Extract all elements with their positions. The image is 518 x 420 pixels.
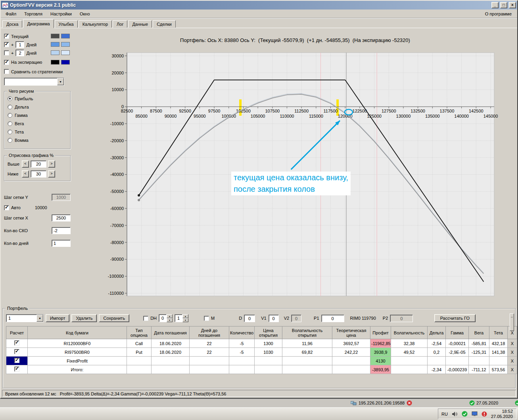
plus1-days-input[interactable]: 1 bbox=[15, 41, 24, 48]
radio-icon[interactable] bbox=[8, 105, 12, 109]
cell-days[interactable] bbox=[190, 365, 229, 374]
current-checkbox[interactable] bbox=[4, 34, 9, 39]
table-row[interactable]: RI120000BF0Call18.06.202022-5130011,9636… bbox=[6, 339, 517, 348]
cell-profit[interactable]: 4130 bbox=[370, 357, 391, 365]
row-checkbox[interactable] bbox=[14, 340, 19, 346]
calc-cell[interactable] bbox=[6, 357, 28, 365]
cell-open_price[interactable]: 1030 bbox=[255, 348, 282, 357]
chevron-down-icon[interactable]: ▼ bbox=[57, 78, 64, 85]
menu-Файл[interactable]: Файл bbox=[2, 10, 20, 18]
chevron-down-icon[interactable]: ▼ bbox=[36, 315, 43, 322]
row-delete-button[interactable]: X bbox=[508, 339, 517, 348]
days-count-input[interactable]: 1 bbox=[52, 240, 71, 247]
tab-Калькулятор[interactable]: Калькулятор bbox=[79, 20, 112, 28]
table-row[interactable]: FixedProfit4130X bbox=[6, 357, 517, 365]
save-button[interactable]: Сохранить bbox=[99, 314, 129, 322]
tab-Доска[interactable]: Доска bbox=[2, 20, 22, 28]
strategy-combobox[interactable]: ▼ bbox=[4, 78, 64, 86]
cell-open_vol[interactable]: 11,96 bbox=[282, 339, 332, 348]
cell-gamma[interactable]: -2,9E-05 bbox=[446, 348, 469, 357]
cell-qty[interactable]: -5 bbox=[229, 339, 255, 348]
cell-theo[interactable]: 242,22 bbox=[332, 348, 370, 357]
cell-code[interactable]: RI120000BF0 bbox=[28, 339, 127, 348]
cell-qty[interactable]: -5 bbox=[229, 348, 255, 357]
cell-date[interactable] bbox=[152, 357, 190, 365]
cell-type[interactable] bbox=[127, 365, 152, 374]
calc-cell[interactable] bbox=[6, 348, 28, 357]
maximize-button[interactable]: □ bbox=[500, 2, 507, 8]
cell-vega[interactable]: -711,12 bbox=[469, 365, 489, 374]
cell-delta[interactable]: 0,2 bbox=[428, 348, 446, 357]
tab-Данные[interactable]: Данные bbox=[128, 20, 152, 28]
radio-icon[interactable] bbox=[8, 96, 12, 101]
cell-code[interactable]: FixedProfit bbox=[28, 357, 127, 365]
below-increment-button[interactable]: > bbox=[48, 170, 55, 178]
alert-badge-icon[interactable] bbox=[482, 411, 487, 417]
row-checkbox[interactable] bbox=[14, 367, 19, 372]
monitor-icon[interactable] bbox=[472, 411, 478, 416]
cell-qty[interactable] bbox=[229, 357, 255, 365]
profit-chart[interactable]: 3000020000100000-10000-20000-30000-40000… bbox=[73, 28, 517, 307]
tab-Диаграмма[interactable]: Диаграмма bbox=[23, 19, 54, 28]
above-decrement-button[interactable]: < bbox=[22, 160, 29, 168]
radio-icon[interactable] bbox=[8, 113, 12, 118]
cell-type[interactable]: Call bbox=[127, 339, 152, 348]
cell-qty[interactable] bbox=[229, 365, 255, 374]
cell-open_vol[interactable]: 69,82 bbox=[282, 348, 332, 357]
cell-delta[interactable]: -2,54 bbox=[428, 339, 446, 348]
cell-days[interactable]: 22 bbox=[190, 339, 229, 348]
expiration-checkbox[interactable] bbox=[4, 60, 9, 65]
above-increment-button[interactable]: > bbox=[48, 160, 55, 168]
cell-delta[interactable] bbox=[428, 357, 446, 365]
cell-delta[interactable]: -2,34 bbox=[428, 365, 446, 374]
row-delete-button[interactable]: X bbox=[508, 348, 517, 357]
cell-date[interactable]: 18.06.2020 bbox=[152, 348, 190, 357]
cell-type[interactable]: Put bbox=[127, 348, 152, 357]
cell-theo[interactable] bbox=[332, 365, 370, 374]
below-value[interactable]: 30 bbox=[31, 170, 46, 178]
calc-cell[interactable] bbox=[6, 339, 28, 348]
spin-up-icon[interactable]: ▲ bbox=[182, 314, 188, 318]
volume-icon[interactable] bbox=[452, 411, 458, 417]
portfolio-combobox[interactable]: 1 ▼ bbox=[6, 314, 44, 322]
above-value[interactable]: 20 bbox=[31, 160, 46, 168]
menu-Настройки[interactable]: Настройки bbox=[46, 10, 76, 18]
cell-gamma[interactable]: -0,000239 bbox=[446, 365, 469, 374]
cell-vol[interactable] bbox=[391, 365, 428, 374]
chart-area[interactable]: Портфель: Ось X: 83880 Ось Y: (Текущий -… bbox=[73, 28, 517, 307]
cell-vol[interactable] bbox=[391, 357, 428, 365]
draw-option-Гамма[interactable]: Гамма bbox=[8, 113, 67, 118]
cell-code[interactable]: RI97500BR0 bbox=[28, 348, 127, 357]
d-input[interactable]: 0 bbox=[244, 315, 255, 322]
plus2-checkbox[interactable] bbox=[4, 50, 9, 55]
delete-button[interactable]: Удалить bbox=[71, 314, 97, 322]
cell-theo[interactable]: 3692,57 bbox=[332, 339, 370, 348]
row-checkbox[interactable] bbox=[14, 358, 19, 363]
check-circle-icon[interactable] bbox=[462, 411, 468, 417]
table-row[interactable]: Итого:-3893,95-2,34-0,000239-711,12573,5… bbox=[6, 365, 517, 374]
cell-days[interactable] bbox=[190, 357, 229, 365]
spin-down-icon[interactable]: ▼ bbox=[167, 318, 173, 322]
cell-date[interactable] bbox=[152, 365, 190, 374]
cell-vega[interactable]: -125,31 bbox=[469, 348, 489, 357]
cell-vol[interactable]: 49,52 bbox=[391, 348, 428, 357]
panel-splitter-handle[interactable]: _ bbox=[510, 313, 514, 331]
plus2-days-input[interactable]: 2 bbox=[15, 50, 24, 56]
p1-input[interactable]: 0 bbox=[321, 315, 344, 322]
spin-up-icon[interactable]: ▲ bbox=[167, 314, 173, 318]
language-indicator[interactable]: RU bbox=[441, 412, 448, 416]
menu-about[interactable]: О программе bbox=[480, 10, 516, 18]
dh-checkbox[interactable] bbox=[143, 316, 148, 321]
import-button[interactable]: Импорт bbox=[46, 314, 69, 322]
draw-option-Прибыль[interactable]: Прибыль bbox=[8, 96, 67, 101]
cell-vega[interactable]: -585,81 bbox=[469, 339, 489, 348]
cell-vega[interactable] bbox=[469, 357, 489, 365]
m-checkbox[interactable] bbox=[204, 316, 209, 321]
sko-count-input[interactable]: -2 bbox=[52, 227, 71, 234]
row-checkbox[interactable] bbox=[14, 349, 19, 354]
radio-icon[interactable] bbox=[8, 138, 12, 143]
tab-Сделки[interactable]: Сделки bbox=[153, 20, 176, 28]
cell-gamma[interactable]: -0,00021 bbox=[446, 339, 469, 348]
spin-down-icon[interactable]: ▼ bbox=[182, 318, 188, 322]
draw-option-Дельта[interactable]: Дельта bbox=[8, 105, 67, 109]
